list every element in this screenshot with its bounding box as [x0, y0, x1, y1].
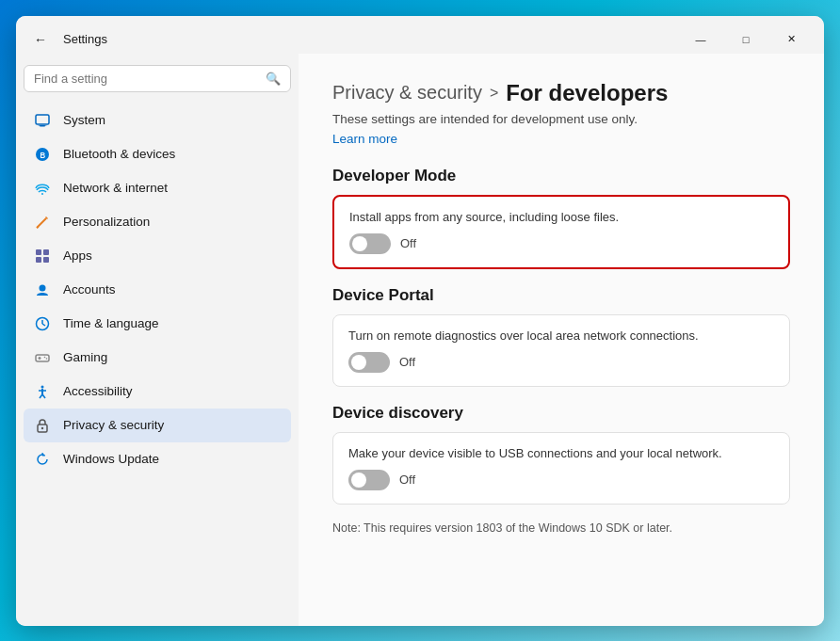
accounts-icon	[33, 280, 52, 299]
sidebar-item-label: Apps	[63, 248, 92, 263]
section-title: Device discovery	[332, 404, 790, 423]
titlebar-left: ← Settings	[27, 26, 107, 53]
toggle-developer-mode[interactable]	[349, 233, 391, 254]
section-title: Device Portal	[332, 286, 790, 305]
sidebar-item-label: Windows Update	[63, 452, 159, 466]
sidebar-item-system[interactable]: System	[24, 104, 291, 137]
sidebar: 🔍 System ʙ Bluetooth & devices Network &…	[16, 54, 299, 626]
setting-row: Off	[349, 233, 773, 254]
svg-point-5	[41, 193, 43, 195]
gaming-icon	[33, 348, 52, 367]
bluetooth-icon: ʙ	[33, 145, 52, 164]
back-button[interactable]: ←	[27, 26, 54, 53]
breadcrumb-chevron: >	[490, 85, 498, 102]
setting-row: Off	[348, 470, 774, 490]
toggle-device-portal[interactable]	[348, 352, 390, 373]
apps-icon	[33, 247, 52, 265]
setting-card: Install apps from any source, including …	[332, 195, 790, 269]
section-title: Developer Mode	[332, 167, 790, 185]
minimize-button[interactable]: —	[679, 25, 722, 54]
content-area: 🔍 System ʙ Bluetooth & devices Network &…	[16, 54, 824, 626]
sidebar-item-label: Accounts	[63, 282, 116, 296]
svg-rect-10	[43, 249, 49, 255]
settings-window: ← Settings — □ ✕ 🔍 System ʙ Bluetooth & …	[16, 16, 824, 626]
maximize-button[interactable]: □	[724, 25, 767, 54]
update-icon	[33, 450, 52, 469]
search-box[interactable]: 🔍	[24, 65, 291, 92]
toggle-device-discovery[interactable]	[348, 470, 390, 490]
sidebar-item-label: Bluetooth & devices	[63, 147, 175, 161]
sidebar-item-update[interactable]: Windows Update	[24, 442, 291, 476]
setting-card: Turn on remote diagnostics over local ar…	[332, 314, 790, 387]
sidebar-item-label: Personalization	[63, 215, 150, 229]
svg-line-26	[42, 394, 45, 398]
sidebar-item-time[interactable]: Time & language	[24, 307, 291, 341]
toggle-label: Off	[399, 355, 415, 369]
setting-description: Turn on remote diagnostics over local ar…	[348, 329, 774, 343]
sections-list: Developer Mode Install apps from any sou…	[332, 167, 790, 535]
svg-rect-2	[39, 125, 47, 126]
search-input[interactable]	[34, 72, 258, 86]
sidebar-item-personalization[interactable]: Personalization	[24, 205, 291, 239]
titlebar: ← Settings — □ ✕	[16, 16, 824, 54]
svg-rect-0	[36, 115, 49, 124]
section-developer-mode: Developer Mode Install apps from any sou…	[332, 167, 790, 269]
window-controls: — □ ✕	[679, 25, 813, 54]
sidebar-item-accessibility[interactable]: Accessibility	[24, 375, 291, 409]
sidebar-item-label: Network & internet	[63, 181, 168, 195]
system-icon	[33, 111, 52, 130]
sidebar-item-label: System	[63, 113, 105, 127]
setting-row: Off	[348, 352, 774, 373]
setting-description: Make your device visible to USB connecti…	[348, 446, 774, 460]
breadcrumb-parent: Privacy & security	[332, 82, 482, 104]
svg-point-28	[41, 426, 43, 428]
svg-line-8	[37, 227, 39, 228]
sidebar-item-label: Accessibility	[63, 384, 133, 398]
svg-rect-11	[36, 257, 41, 263]
setting-note: Note: This requires version 1803 of the …	[332, 521, 790, 535]
svg-point-20	[44, 356, 46, 358]
sidebar-item-privacy[interactable]: Privacy & security	[24, 409, 291, 442]
section-device-discovery: Device discovery Make your device visibl…	[332, 404, 790, 535]
svg-point-21	[46, 358, 48, 360]
svg-text:ʙ: ʙ	[40, 149, 45, 160]
sidebar-item-apps[interactable]: Apps	[24, 239, 291, 273]
learn-more-link[interactable]: Learn more	[332, 132, 397, 146]
sidebar-item-gaming[interactable]: Gaming	[24, 341, 291, 375]
setting-description: Install apps from any source, including …	[349, 210, 773, 224]
section-device-portal: Device Portal Turn on remote diagnostics…	[332, 286, 790, 387]
search-icon: 🔍	[266, 72, 281, 86]
svg-point-22	[41, 385, 44, 388]
setting-card: Make your device visible to USB connecti…	[332, 432, 790, 505]
time-icon	[33, 314, 52, 333]
window-title: Settings	[63, 32, 107, 46]
breadcrumb-current: For developers	[506, 80, 668, 106]
sidebar-item-accounts[interactable]: Accounts	[24, 273, 291, 307]
nav-list: System ʙ Bluetooth & devices Network & i…	[24, 104, 291, 476]
accessibility-icon	[33, 382, 52, 401]
main-content: Privacy & security > For developers Thes…	[299, 54, 824, 626]
privacy-icon	[33, 416, 52, 435]
page-subtitle: These settings are intended for developm…	[332, 112, 790, 126]
sidebar-item-label: Gaming	[63, 350, 107, 364]
sidebar-item-network[interactable]: Network & internet	[24, 171, 291, 205]
svg-point-13	[40, 284, 46, 291]
breadcrumb: Privacy & security > For developers	[332, 80, 790, 106]
svg-line-16	[42, 324, 45, 326]
close-button[interactable]: ✕	[769, 25, 813, 54]
toggle-label: Off	[400, 236, 416, 250]
sidebar-item-label: Time & language	[63, 316, 159, 330]
toggle-label: Off	[399, 473, 415, 487]
network-icon	[33, 179, 52, 198]
svg-rect-9	[36, 249, 41, 255]
sidebar-item-bluetooth[interactable]: ʙ Bluetooth & devices	[24, 137, 291, 171]
svg-rect-12	[43, 257, 49, 263]
sidebar-item-label: Privacy & security	[63, 418, 164, 432]
personalization-icon	[33, 213, 52, 232]
